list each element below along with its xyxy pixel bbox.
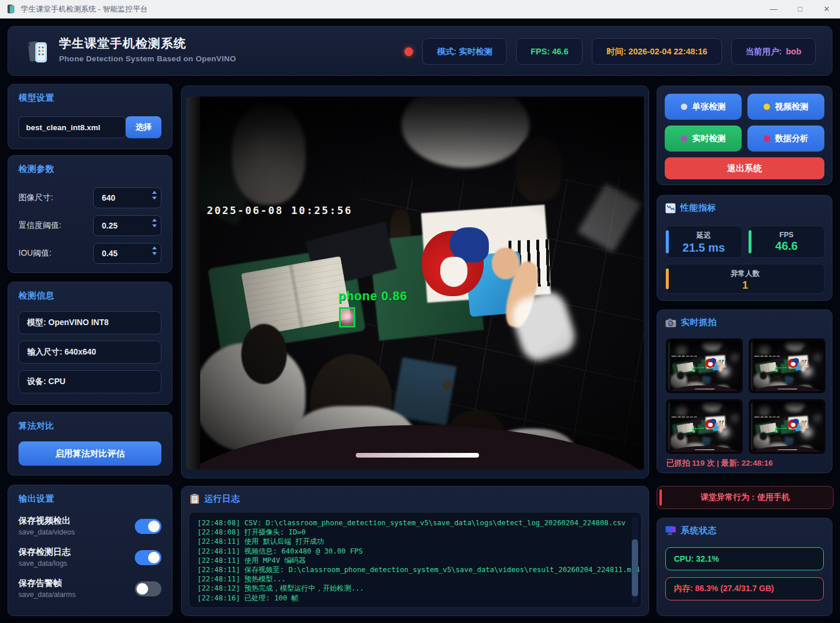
save-video-toggle[interactable] (135, 519, 161, 534)
model-settings-panel: 模型设置 选择 (8, 84, 172, 149)
image-size-value[interactable] (93, 187, 161, 208)
maximize-button[interactable]: □ (787, 0, 813, 19)
log-scrollbar-thumb[interactable] (632, 539, 638, 596)
page-subtitle: Phone Detection System Based on OpenVINO (59, 54, 236, 63)
fps-accent-bar (749, 230, 751, 253)
spinner-arrows[interactable] (152, 219, 157, 227)
spin-up-icon[interactable] (152, 246, 157, 249)
system-status-title: 系统状态 (681, 525, 717, 536)
enable-algorithm-compare-button[interactable]: 启用算法对比评估 (19, 441, 161, 466)
run-log-title: 运行日志 (204, 493, 240, 504)
snapshot-image: 2025-06-08 10:25:56 phone 0.86 (751, 401, 823, 452)
detection-params-panel: 检测参数 图像尺寸: 置信度阈值: IOU阈值: (8, 155, 172, 273)
fps-status-badge: FPS: 46.6 (516, 38, 583, 65)
video-mode-label: 视频检测 (775, 101, 809, 112)
snapshot-thumbnail[interactable]: 2025-06-08 10:25:56 phone 0.86 (748, 399, 826, 455)
iou-value[interactable] (93, 243, 161, 264)
camera-scene: 2025-06-08 10:25:56 phone 0.86 (668, 401, 740, 452)
spin-up-icon[interactable] (152, 219, 157, 222)
snapshot-image: 2025-06-08 10:25:56 phone 0.86 (751, 341, 823, 391)
snapshot-caption: 已抓拍 119 次 | 最新: 22:48:16 (666, 458, 773, 469)
scene-monitor-left-edge (186, 97, 200, 470)
header-status-badges: 模式: 实时检测 FPS: 46.6 时间: 2026-02-04 22:48:… (404, 27, 816, 76)
detection-bounding-box (775, 369, 778, 372)
fps-metric-card: FPS 46.6 (748, 226, 825, 258)
exit-system-button[interactable]: 退出系统 (665, 157, 824, 179)
clipboard-icon (190, 493, 200, 504)
iou-label: IOU阈值: (19, 248, 51, 259)
toggle-row-save-log: 保存检测日志 save_data/logs (19, 547, 161, 573)
video-feed-panel: 2025-06-08 10:25:56 phone 0.86 (181, 86, 649, 478)
close-button[interactable]: ✕ (813, 0, 840, 19)
param-row-iou: IOU阈值: (19, 243, 161, 264)
model-settings-title: 模型设置 (19, 93, 54, 104)
scene-monitor-left-edge (668, 341, 670, 391)
chart-icon (665, 203, 676, 213)
user-value: bob (786, 47, 801, 56)
system-status-header: 系统状态 (665, 525, 717, 536)
mode-button-analysis[interactable]: 数据分析 (747, 126, 824, 152)
snapshot-header: 实时抓拍 (665, 317, 717, 328)
scene-monitor-left-edge (751, 401, 753, 452)
log-output-box[interactable]: [22:48:08] CSV: D:\classroom_phone_detec… (189, 512, 642, 608)
snapshot-thumbnail[interactable]: 2025-06-08 10:25:56 phone 0.86 (748, 338, 826, 394)
realtime-mode-dot-icon (681, 135, 687, 142)
confidence-value[interactable] (93, 215, 161, 236)
spinner-arrows[interactable] (152, 191, 157, 200)
detection-bounding-box (692, 369, 695, 372)
image-size-spinner[interactable] (93, 187, 161, 208)
window-titlebar: 学生课堂手机检测系统 - 智能监控平台 — □ ✕ (0, 0, 840, 19)
toggle-row-save-video: 保存视频检出 save_data/videos (19, 515, 161, 542)
system-status-panel: 系统状态 CPU: 32.1% 内存: 86.3% (27.4/31.7 GB) (657, 518, 832, 616)
save-log-toggle[interactable] (135, 550, 161, 565)
device-info-box: 设备: CPU (19, 370, 161, 393)
spin-down-icon[interactable] (152, 224, 157, 227)
log-line: [22:48:11] 使用 默认后端 打开成功 (197, 537, 624, 546)
model-select-button[interactable]: 选择 (126, 116, 161, 138)
snapshot-title: 实时抓拍 (681, 317, 717, 328)
log-line: [22:48:16] 已处理: 100 帧 (197, 593, 624, 603)
snapshot-panel: 实时抓拍 2025-06-08 10:25: (657, 309, 832, 473)
detection-params-title: 检测参数 (19, 164, 54, 175)
save-alarm-toggle[interactable] (135, 581, 161, 596)
spin-down-icon[interactable] (152, 252, 157, 255)
mode-button-video[interactable]: 视频检测 (747, 94, 824, 120)
mode-buttons-panel: 单张检测 视频检测 实时检测 数据分析 退出系统 (657, 86, 832, 185)
abnormal-count-card: 异常人数 1 (665, 264, 825, 294)
snapshot-thumbnail[interactable]: 2025-06-08 10:25:56 phone 0.86 (665, 399, 743, 455)
spinner-arrows[interactable] (152, 246, 157, 255)
scene-vignette (751, 341, 823, 391)
detection-label: phone 0.86 (775, 367, 787, 369)
confidence-spinner[interactable] (93, 215, 161, 236)
video-timestamp-overlay: 2025-06-08 10:25:56 (672, 416, 697, 418)
algorithm-compare-panel: 算法对比 启用算法对比评估 (8, 412, 172, 475)
app-header: 学生课堂手机检测系统 Phone Detection System Based … (8, 26, 832, 76)
fps-value: 46.6 (749, 239, 824, 253)
mode-button-realtime[interactable]: 实时检测 (665, 126, 742, 152)
cpu-usage-box: CPU: 32.1% (665, 547, 824, 570)
mode-button-single[interactable]: 单张检测 (665, 94, 742, 120)
abnormal-value: 1 (666, 279, 824, 292)
snapshot-image: 2025-06-08 10:25:56 phone 0.86 (668, 341, 740, 391)
minimize-button[interactable]: — (760, 0, 787, 19)
spin-down-icon[interactable] (152, 197, 157, 200)
output-settings-title: 输出设置 (19, 493, 54, 504)
video-timestamp-overlay: 2025-06-08 10:25:56 (754, 355, 780, 357)
video-timestamp-overlay: 2025-06-08 10:25:56 (754, 416, 780, 418)
camera-scene: 2025-06-08 10:25:56 phone 0.86 (751, 401, 823, 452)
log-line: [22:48:11] 使用 MP4V 编码器 (197, 556, 624, 565)
log-scrollbar-track[interactable] (632, 517, 638, 603)
log-lines: [22:48:08] CSV: D:\classroom_phone_detec… (197, 518, 624, 603)
log-line: [22:48:11] 视频信息: 640x480 @ 30.00 FPS (197, 547, 624, 556)
detection-label: phone 0.86 (692, 427, 705, 430)
spin-up-icon[interactable] (152, 191, 157, 194)
detection-label: phone 0.86 (775, 427, 787, 430)
toggle-row-save-alarm: 保存告警帧 save_data/alarms (19, 578, 161, 604)
scene-vignette (186, 97, 644, 470)
camera-icon (665, 318, 676, 327)
snapshot-thumbnail[interactable]: 2025-06-08 10:25:56 phone 0.86 (665, 338, 743, 394)
input-size-info-box: 输入尺寸: 640x640 (19, 341, 161, 364)
iou-spinner[interactable] (93, 243, 161, 264)
model-file-input[interactable] (19, 116, 126, 138)
log-line: [22:48:11] 保存视频至: D:\classroom_phone_det… (197, 565, 624, 574)
